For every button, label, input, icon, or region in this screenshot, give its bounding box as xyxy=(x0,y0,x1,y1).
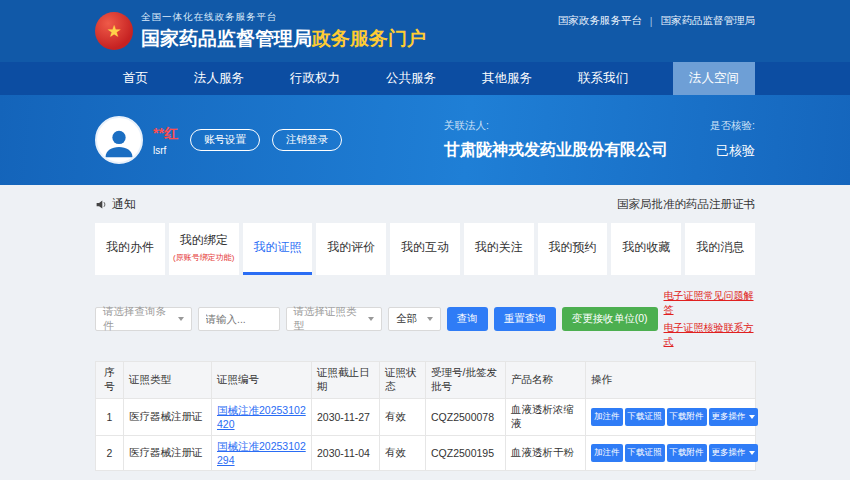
table-header-row: 序号 证照类型 证照编号 证照截止日期 证照状态 受理号/批签发批号 产品名称 … xyxy=(96,362,756,399)
select-placeholder: 请选择查询条件 xyxy=(103,305,172,333)
tab-label: 我的预约 xyxy=(549,239,597,256)
more-actions-button[interactable]: 更多操作 xyxy=(709,444,758,462)
link-national-platform[interactable]: 国家政务服务平台 xyxy=(558,14,642,28)
download-attachment-button[interactable]: 下载附件 xyxy=(667,444,707,462)
notice-left: 通知 xyxy=(95,196,136,213)
header-links: 国家政务服务平台 | 国家药品监督管理局 xyxy=(558,14,755,28)
license-number-link[interactable]: 国械注准20253102420 xyxy=(217,404,306,430)
query-button[interactable]: 查询 xyxy=(447,307,488,331)
user-banner: **红 lsrf 账号设置 注销登录 关联法人: 甘肃陇神戎发药业股份有限公司 … xyxy=(0,95,850,185)
cell-product-name: 血液透析干粉 xyxy=(506,436,586,471)
help-links: 电子证照常见问题解答 电子证照核验联系方式 xyxy=(664,289,756,349)
tab-my-follows[interactable]: 我的关注 xyxy=(464,223,534,275)
site-title-main: 国家药品监督管理局 xyxy=(141,28,312,49)
user-name: **红 xyxy=(153,125,178,143)
col-license-number: 证照编号 xyxy=(212,362,312,399)
tab-my-licenses[interactable]: 我的证照 xyxy=(243,223,313,275)
avatar[interactable] xyxy=(95,116,143,164)
query-condition-select[interactable]: 请选择查询条件 xyxy=(95,307,192,331)
tab-my-messages[interactable]: 我的消息 xyxy=(685,223,755,275)
chevron-down-icon xyxy=(749,415,755,419)
nav-items: 首页 法人服务 行政权力 公共服务 其他服务 联系我们 xyxy=(95,70,628,87)
cell-acceptance-number: CQZ2500195 xyxy=(426,436,506,471)
select-value: 全部 xyxy=(396,312,417,326)
col-actions: 操作 xyxy=(586,362,756,399)
nav-administrative-power[interactable]: 行政权力 xyxy=(290,70,340,87)
tab-label: 我的证照 xyxy=(253,239,301,256)
tab-label: 我的消息 xyxy=(696,239,744,256)
tab-bar: 我的办件 我的绑定 (原账号绑定功能) 我的证照 我的评价 我的互动 我的关注 … xyxy=(95,223,755,275)
nav-other-services[interactable]: 其他服务 xyxy=(482,70,532,87)
change-receiver-button[interactable]: 变更接收单位(0) xyxy=(562,307,658,331)
cell-license-type: 医疗器械注册证 xyxy=(124,399,212,436)
tab-label: 我的绑定 xyxy=(180,232,228,249)
tab-my-favorites[interactable]: 我的收藏 xyxy=(611,223,681,275)
tab-label: 我的办件 xyxy=(106,239,154,256)
col-status: 证照状态 xyxy=(380,362,426,399)
filter-bar: 请选择查询条件 请选择证照类型 全部 查询 重置查询 变更接收单位(0) 电子证… xyxy=(95,289,755,349)
link-nmpa[interactable]: 国家药品监督管理局 xyxy=(661,14,756,28)
account-settings-button[interactable]: 账号设置 xyxy=(190,129,260,151)
person-icon xyxy=(100,124,138,162)
tab-label: 我的收藏 xyxy=(622,239,670,256)
notice-content[interactable]: 国家局批准的药品注册证书 xyxy=(617,197,755,212)
annotate-button[interactable]: 加注件 xyxy=(591,444,623,462)
col-product-name: 产品名称 xyxy=(506,362,586,399)
license-faq-link[interactable]: 电子证照常见问题解答 xyxy=(664,289,756,317)
company-name: 甘肃陇神戎发药业股份有限公司 xyxy=(444,140,668,161)
logout-button[interactable]: 注销登录 xyxy=(272,129,342,151)
tab-my-appointments[interactable]: 我的预约 xyxy=(538,223,608,275)
query-input[interactable] xyxy=(198,307,280,331)
tab-my-binding[interactable]: 我的绑定 (原账号绑定功能) xyxy=(169,223,239,275)
user-account: lsrf xyxy=(153,145,178,156)
license-verify-contact-link[interactable]: 电子证照核验联系方式 xyxy=(664,321,756,349)
download-license-button[interactable]: 下载证照 xyxy=(625,444,665,462)
col-acceptance-number: 受理号/批签发批号 xyxy=(426,362,506,399)
license-number-link[interactable]: 国械注准20253102294 xyxy=(217,440,306,466)
tab-my-interactions[interactable]: 我的互动 xyxy=(390,223,460,275)
cell-acceptance-number: CQZ2500078 xyxy=(426,399,506,436)
download-attachment-button[interactable]: 下载附件 xyxy=(667,408,707,426)
main-content: 通知 国家局批准的药品注册证书 我的办件 我的绑定 (原账号绑定功能) 我的证照… xyxy=(0,185,850,480)
nav-home[interactable]: 首页 xyxy=(123,70,148,87)
row-actions: 加注件 下载证照 下载附件 更多操作 xyxy=(591,444,750,462)
notice-bar: 通知 国家局批准的药品注册证书 xyxy=(95,193,755,215)
speaker-icon xyxy=(95,198,108,211)
national-emblem-icon: ★ xyxy=(95,12,133,50)
more-actions-button[interactable]: 更多操作 xyxy=(709,408,758,426)
cell-status: 有效 xyxy=(380,399,426,436)
related-legal-block: 关联法人: 甘肃陇神戎发药业股份有限公司 xyxy=(444,119,668,161)
tab-label: 我的评价 xyxy=(327,239,375,256)
user-info: **红 lsrf 账号设置 注销登录 xyxy=(95,116,342,164)
row-actions: 加注件 下载证照 下载附件 更多操作 xyxy=(591,408,750,426)
verify-label: 是否核验: xyxy=(710,119,755,133)
brand: ★ 全国一体化在线政务服务平台 国家药品监督管理局政务服务门户 xyxy=(95,11,426,52)
more-actions-label: 更多操作 xyxy=(712,411,746,423)
emblem-star-icon: ★ xyxy=(106,23,121,40)
cell-no: 1 xyxy=(96,399,124,436)
annotate-button[interactable]: 加注件 xyxy=(591,408,623,426)
more-actions-label: 更多操作 xyxy=(712,447,746,459)
nav-legal-services[interactable]: 法人服务 xyxy=(194,70,244,87)
verify-status: 已核验 xyxy=(710,142,755,160)
license-type-select[interactable]: 请选择证照类型 xyxy=(286,307,383,331)
legal-space-button[interactable]: 法人空间 xyxy=(673,62,755,95)
cell-no: 2 xyxy=(96,436,124,471)
related-legal-label: 关联法人: xyxy=(444,119,668,133)
nav-contact-us[interactable]: 联系我们 xyxy=(578,70,628,87)
select-placeholder: 请选择证照类型 xyxy=(294,305,363,333)
table-row: 2 医疗器械注册证 国械注准20253102294 2030-11-04 有效 … xyxy=(96,436,756,471)
download-license-button[interactable]: 下载证照 xyxy=(625,408,665,426)
tab-my-applications[interactable]: 我的办件 xyxy=(95,223,165,275)
cell-license-type: 医疗器械注册证 xyxy=(124,436,212,471)
cell-status: 有效 xyxy=(380,436,426,471)
cell-product-name: 血液透析浓缩液 xyxy=(506,399,586,436)
nav-public-services[interactable]: 公共服务 xyxy=(386,70,436,87)
col-no: 序号 xyxy=(96,362,124,399)
legal-entity-info: 关联法人: 甘肃陇神戎发药业股份有限公司 是否核验: 已核验 xyxy=(444,119,755,161)
tab-my-reviews[interactable]: 我的评价 xyxy=(316,223,386,275)
chevron-down-icon xyxy=(749,451,755,455)
status-select[interactable]: 全部 xyxy=(388,307,441,331)
site-title: 国家药品监督管理局政务服务门户 xyxy=(141,26,426,52)
reset-query-button[interactable]: 重置查询 xyxy=(494,307,556,331)
